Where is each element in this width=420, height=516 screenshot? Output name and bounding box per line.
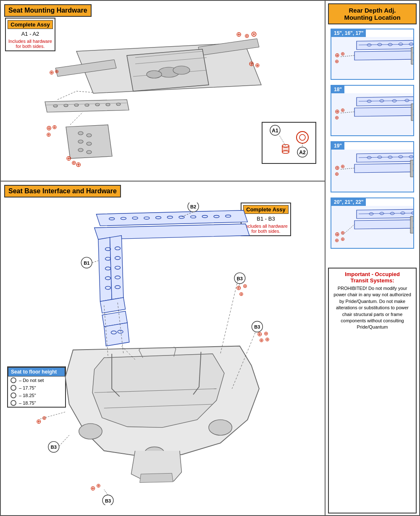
parts-svg: A1 A2 [262,123,315,163]
depth-label-3: 20", 21", 22" [331,198,366,206]
depth-img-1: ⊕ ⊕ ⊕ [331,93,413,135]
svg-text:⊕: ⊕ [335,237,339,243]
main-container: Seat Mounting Hardware Complete Assy A1 … [0,0,420,516]
svg-marker-161 [354,163,413,173]
svg-point-9 [147,71,162,78]
depth-img-0: ⊕ ⊕ ⊕ [331,37,413,79]
depth-svg-2: ⊕ ⊕ ⊕ [331,150,413,192]
svg-point-13 [64,104,68,107]
important-title-text: Important - OccupiedTransit Systems: [345,271,400,284]
svg-line-27 [76,91,93,92]
depth-img-2: ⊕ ⊕ ⊕ [331,150,413,192]
svg-text:⊕: ⊕ [341,236,345,242]
depth-svg-1: ⊕ ⊕ ⊕ [331,93,413,135]
bottom-base-section: Seat Base Interface and Hardware Complet… [1,182,325,515]
depth-label-1: 18" [331,86,344,93]
svg-text:⊕: ⊕ [52,124,57,130]
svg-text:B3: B3 [254,324,260,329]
svg-text:⊕: ⊕ [96,482,101,489]
important-body-text: PROHIBITED! Do not modify your power cha… [331,285,413,331]
depth-img-3: ⊕ ⊕ ⊕ ⊕ [331,206,413,248]
svg-text:⊕: ⊕ [76,161,81,168]
svg-marker-73 [110,235,123,299]
svg-line-54 [279,135,286,146]
depth-label-2: 19" [331,142,344,150]
svg-line-26 [58,91,76,100]
svg-text:⊕: ⊕ [341,230,345,236]
svg-text:⊕: ⊕ [335,171,339,177]
depth-svg-0: ⊕ ⊕ ⊕ [331,37,413,79]
svg-point-21 [87,134,92,137]
base-diagram: B2 [1,203,316,505]
svg-text:⊕: ⊕ [49,69,54,76]
svg-point-8 [173,66,190,74]
svg-text:⊕: ⊕ [66,155,71,162]
svg-marker-151 [411,104,413,121]
svg-text:A1: A1 [272,128,278,134]
svg-line-28 [70,112,83,125]
svg-point-107 [209,420,232,435]
svg-marker-137 [411,47,413,64]
svg-line-181 [343,224,354,234]
svg-point-24 [78,148,83,152]
svg-marker-166 [410,160,413,177]
svg-text:⊕: ⊕ [244,32,249,39]
svg-point-17 [106,103,110,106]
svg-text:⊕: ⊕ [236,31,242,38]
svg-text:⊛: ⊛ [251,30,257,38]
svg-text:⊕: ⊕ [55,68,59,74]
svg-text:⊕: ⊕ [335,52,340,58]
svg-text:⊕: ⊕ [46,131,51,138]
svg-text:⊕: ⊕ [341,107,345,113]
svg-text:A2: A2 [299,150,306,155]
svg-text:⊕: ⊕ [341,163,345,169]
important-title: Important - OccupiedTransit Systems: [331,271,413,284]
left-panel: Seat Mounting Hardware Complete Assy A1 … [0,0,326,516]
svg-text:⊕: ⊕ [46,124,52,132]
svg-point-18 [116,103,121,105]
svg-marker-176 [354,220,413,229]
bottom-section-title: Seat Base Interface and Hardware [4,185,121,197]
svg-marker-146 [354,107,413,116]
svg-text:⊕: ⊕ [335,231,340,237]
depth-panels-container: 15", 16", 17" [326,27,419,266]
parts-detail-box: A1 A2 [262,122,316,164]
svg-line-91 [92,261,98,263]
depth-section-3: 20", 21", 22" ⊕ ⊕ ⊕ [331,197,414,249]
svg-text:⊕: ⊕ [259,337,264,343]
svg-point-53 [299,134,305,140]
top-mounting-section: Seat Mounting Hardware Complete Assy A1 … [1,1,325,182]
svg-line-112 [220,280,238,354]
depth-section-2: 19" ⊕ ⊕ ⊕ [331,141,414,192]
svg-text:⊕: ⊕ [335,115,339,121]
svg-text:⊕: ⊕ [341,51,345,57]
svg-marker-182 [410,216,413,233]
svg-point-52 [297,132,308,143]
svg-text:B2: B2 [190,204,196,209]
svg-text:⊕: ⊕ [249,60,254,67]
right-panel: Rear Depth Adj. Mounting Location 15", 1… [326,0,420,516]
svg-text:B1: B1 [84,261,89,266]
depth-label-0: 15", 16", 17" [331,29,366,37]
svg-point-22 [78,140,83,143]
svg-text:⊕: ⊕ [335,164,340,171]
svg-point-49 [282,151,289,153]
svg-point-23 [87,142,92,145]
depth-section-1: 18" ⊕ ⊕ ⊕ [331,85,414,136]
svg-text:⊕: ⊕ [257,331,262,337]
depth-section-0: 15", 16", 17" [331,29,414,80]
mounting-diagram: ⊕ ⊕ ⊛ ⊕ ⊕ ⊕ ⊕ ⊕ ⊕ ⊕ ⊕ ⊕ [43,18,274,173]
svg-text:⊕: ⊕ [90,485,96,492]
svg-text:⊕: ⊕ [335,108,340,115]
svg-marker-86 [104,323,129,346]
svg-text:⊕: ⊕ [243,283,247,289]
svg-text:⊕: ⊕ [42,415,47,421]
svg-point-106 [79,424,102,439]
svg-point-20 [78,132,83,135]
svg-line-124 [104,490,108,495]
svg-text:⊕: ⊕ [255,62,260,68]
svg-text:⊕: ⊕ [36,418,42,425]
svg-text:⊕: ⊕ [265,336,270,342]
right-header-title: Rear Depth Adj. Mounting Location [328,3,417,24]
right-header-line2: Mounting Location [344,14,400,21]
